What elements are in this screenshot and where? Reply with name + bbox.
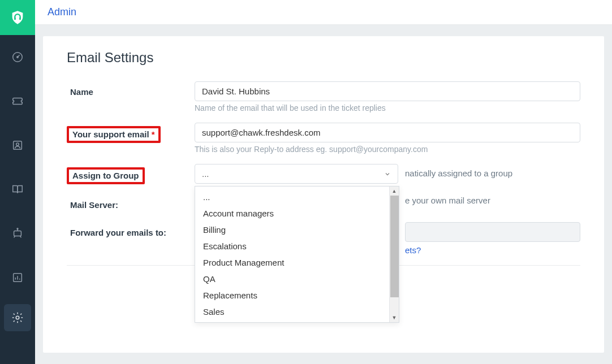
sidebar-item-analytics[interactable] bbox=[0, 260, 35, 295]
headset-shield-icon bbox=[10, 10, 25, 25]
sidebar-item-solutions[interactable] bbox=[0, 172, 35, 207]
dropdown-option[interactable]: Billing bbox=[195, 222, 389, 238]
sidebar-item-tickets[interactable] bbox=[0, 84, 35, 119]
label-name: Name bbox=[67, 85, 97, 99]
support-email-input[interactable] bbox=[195, 123, 580, 142]
gear-icon bbox=[11, 311, 24, 324]
row-name: Name Name of the email that will be used… bbox=[67, 81, 580, 112]
logo-tile[interactable] bbox=[0, 0, 35, 35]
dropdown-option[interactable]: ... bbox=[195, 189, 389, 205]
mail-server-option-tail: e your own mail server bbox=[398, 194, 490, 205]
dropdown-option[interactable]: Account managers bbox=[195, 205, 389, 222]
dropdown-option[interactable]: QA bbox=[195, 271, 389, 287]
sidebar bbox=[0, 0, 35, 364]
row-assign-group: Assign to Group ... ... bbox=[67, 164, 580, 184]
assign-group-help-tail: natically assigned to a group bbox=[405, 164, 512, 178]
scroll-down-icon[interactable]: ▼ bbox=[390, 313, 399, 322]
svg-rect-1 bbox=[19, 18, 21, 20]
chart-icon bbox=[11, 271, 24, 284]
gauge-icon bbox=[11, 51, 24, 63]
sidebar-item-contacts[interactable] bbox=[0, 128, 35, 163]
svg-rect-6 bbox=[14, 231, 21, 236]
name-help-text: Name of the email that will be used in t… bbox=[195, 103, 580, 112]
row-support-email: Your support email * This is also your R… bbox=[67, 123, 580, 154]
dropdown-list: ... Account managers Billing Escalations… bbox=[195, 187, 389, 322]
label-support-email: Your support email bbox=[72, 129, 149, 139]
main-area: Admin Email Settings Name Name of the em… bbox=[35, 0, 612, 364]
svg-point-3 bbox=[17, 57, 18, 58]
dropdown-option[interactable]: Product Management bbox=[195, 254, 389, 271]
svg-point-5 bbox=[16, 143, 19, 146]
breadcrumb-admin[interactable]: Admin bbox=[48, 6, 76, 18]
contact-icon bbox=[11, 139, 24, 151]
svg-rect-0 bbox=[14, 18, 16, 20]
ticket-icon bbox=[11, 95, 24, 107]
svg-point-7 bbox=[17, 228, 18, 229]
scroll-thumb[interactable] bbox=[390, 196, 399, 297]
label-support-email-highlight: Your support email * bbox=[67, 126, 161, 143]
forward-help-link-tail[interactable]: ets? bbox=[405, 245, 580, 255]
sidebar-item-admin[interactable] bbox=[4, 304, 31, 331]
book-icon bbox=[11, 183, 24, 196]
settings-card: Email Settings Name Name of the email th… bbox=[43, 36, 604, 353]
scrollbar[interactable]: ▲ ▼ bbox=[389, 187, 399, 322]
topbar: Admin bbox=[35, 0, 612, 25]
name-input[interactable] bbox=[195, 81, 580, 101]
page-title: Email Settings bbox=[67, 50, 580, 66]
dropdown-option[interactable]: Escalations bbox=[195, 238, 389, 254]
dropdown-option[interactable]: Replacements bbox=[195, 287, 389, 304]
assign-group-select[interactable]: ... ... Account managers Billing Escalat… bbox=[195, 164, 398, 184]
sidebar-item-forums[interactable] bbox=[0, 216, 35, 251]
assign-group-selected-value: ... bbox=[202, 169, 209, 179]
label-forward-to: Forward your emails to: bbox=[67, 226, 170, 240]
label-assign-group-highlight: Assign to Group bbox=[67, 167, 145, 184]
forward-to-input[interactable] bbox=[405, 222, 580, 242]
required-star-icon: * bbox=[152, 129, 155, 139]
assign-group-dropdown: ... Account managers Billing Escalations… bbox=[195, 186, 399, 323]
scroll-up-icon[interactable]: ▲ bbox=[390, 187, 399, 196]
sidebar-item-dashboard[interactable] bbox=[0, 40, 35, 75]
support-email-help-text: This is also your Reply-to address eg. s… bbox=[195, 145, 580, 154]
chevron-down-icon bbox=[384, 171, 391, 177]
bot-icon bbox=[11, 227, 24, 240]
svg-point-9 bbox=[16, 316, 19, 319]
label-assign-group: Assign to Group bbox=[72, 171, 139, 180]
dropdown-option[interactable]: Sales bbox=[195, 304, 389, 320]
label-mail-server: Mail Server: bbox=[67, 198, 122, 212]
